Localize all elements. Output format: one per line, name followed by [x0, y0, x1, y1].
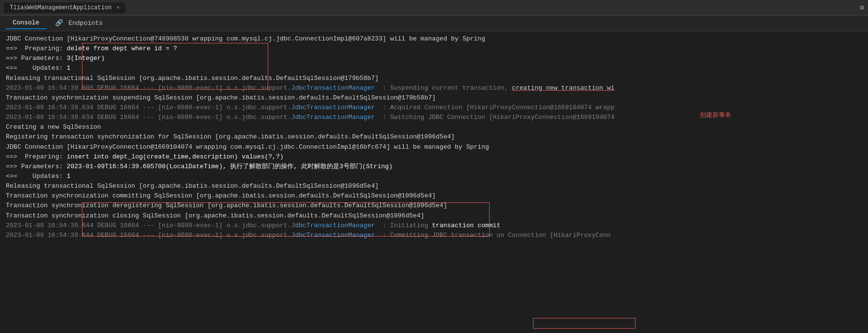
log-line-12: JDBC Connection [HikariProxyConnection@1… [6, 142, 862, 152]
log-line-13: ==> Preparing: insert into dept_log(crea… [6, 152, 862, 162]
titlebar-tab[interactable]: TliasWebManagementApplication × [4, 2, 125, 13]
log-line-7: Transaction synchronization suspending S… [6, 93, 862, 103]
log-line-4: <== Updates: 1 [6, 63, 862, 73]
log-line-18: Transaction synchronization deregisterin… [6, 201, 862, 211]
log-line-6: 2023-01-09 16:54:39.605 DEBUG 16664 --- … [6, 83, 862, 93]
tab-endpoints[interactable]: 🔗 Endpoints [48, 17, 110, 30]
log-line-11: Registering transaction synchronization … [6, 132, 862, 142]
tab-endpoints-label: Endpoints [68, 20, 102, 27]
box-outline-commit [533, 318, 635, 329]
log-line-5: Releasing transactional SqlSession [org.… [6, 74, 862, 83]
log-line-19: Transaction synchronization closing SqlS… [6, 211, 862, 221]
log-line-1: JDBC Connection [HikariProxyConnection@7… [6, 34, 862, 44]
log-line-8: 2023-01-09 16:54:39.634 DEBUG 16664 --- … [6, 103, 862, 113]
log-line-10: Creating a new SqlSession [6, 122, 862, 132]
log-line-20: 2023-01-09 16:54:39.644 DEBUG 16664 --- … [6, 221, 862, 231]
log-line-16: Releasing transactional SqlSession [org.… [6, 181, 862, 191]
tab-console-label: Console [13, 19, 39, 26]
log-line-3: ==> Parameters: 3(Integer) [6, 54, 862, 63]
titlebar-close-button[interactable]: × [117, 5, 120, 11]
settings-icon[interactable]: ⚙ [860, 3, 864, 12]
endpoints-icon: 🔗 [55, 20, 63, 27]
navtabs: Console 🔗 Endpoints [0, 16, 868, 31]
titlebar: TliasWebManagementApplication × ⚙ [0, 0, 868, 16]
log-line-15: <== Updates: 1 [6, 172, 862, 181]
app-title: TliasWebManagementApplication [10, 4, 112, 11]
titlebar-actions: ⚙ [860, 3, 864, 12]
log-line-17: Transaction synchronization committing S… [6, 191, 862, 201]
log-line-9: 2023-01-09 16:54:39.634 DEBUG 16664 --- … [6, 113, 862, 122]
console-output: 创建新事务 JDBC Connection [HikariProxyConnec… [0, 31, 868, 333]
tab-console[interactable]: Console [6, 17, 46, 29]
log-line-21: 2023-01-09 16:54:39.644 DEBUG 16664 --- … [6, 231, 862, 240]
log-line-14: ==> Parameters: 2023-01-09T16:54:39.6057… [6, 162, 862, 172]
log-line-2: ==> Preparing: delete from dept where id… [6, 44, 862, 54]
